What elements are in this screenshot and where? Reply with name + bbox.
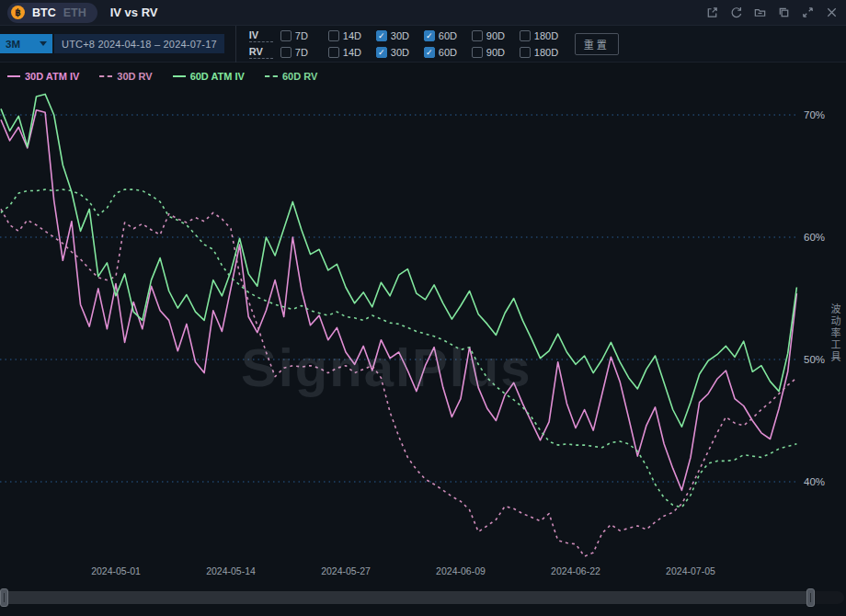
legend-item-60d-rv[interactable]: 60D RV <box>265 71 317 82</box>
series-60d-atm-iv <box>1 94 796 427</box>
y-tick-40%: 40% <box>804 476 825 487</box>
unchecked-checkbox-icon[interactable] <box>328 47 339 58</box>
rv-checkbox-30d[interactable]: ✓30D <box>376 47 417 58</box>
open-in-new-icon[interactable] <box>705 6 719 19</box>
checkbox-label: 30D <box>391 30 409 41</box>
checkbox-label: 60D <box>439 47 457 58</box>
x-tick-2024-05-14: 2024-05-14 <box>199 565 263 576</box>
timeframe-select[interactable]: 3M <box>0 34 52 53</box>
series-30d-atm-iv <box>1 110 796 491</box>
titlebar-actions <box>705 6 839 19</box>
close-icon[interactable] <box>825 6 839 19</box>
rv-checkbox-60d[interactable]: ✓60D <box>424 47 464 58</box>
page-title: IV vs RV <box>110 6 158 19</box>
iv-vs-rv-panel: ฿ BTC ETH IV vs RV 3M UTC+8 2024-04-18 –… <box>0 0 846 616</box>
unchecked-checkbox-icon[interactable] <box>520 47 531 58</box>
checked-checkbox-icon[interactable]: ✓ <box>376 30 387 41</box>
rv-checkbox-14d[interactable]: 14D <box>328 47 369 58</box>
iv-checkbox-30d[interactable]: ✓30D <box>376 30 417 41</box>
scrollbar-right-handle[interactable] <box>806 588 815 607</box>
iv-checkbox-14d[interactable]: 14D <box>328 30 369 41</box>
tab-btc[interactable]: BTC <box>32 6 56 19</box>
unchecked-checkbox-icon[interactable] <box>472 47 483 58</box>
rv-checkbox-180d[interactable]: 180D <box>520 47 566 58</box>
tenor-filter-panel: IV7D14D✓30D✓60D90D180DRV7D14D✓30D✓60D90D… <box>235 26 619 63</box>
rv-checkbox-90d[interactable]: 90D <box>472 47 512 58</box>
rv-checkbox-7d[interactable]: 7D <box>280 47 321 58</box>
chart-legend: 30D ATM IV30D RV60D ATM IV60D RV <box>0 63 846 90</box>
iv-checkbox-180d[interactable]: 180D <box>520 30 566 41</box>
solid-line-icon <box>173 75 186 77</box>
unchecked-checkbox-icon[interactable] <box>472 30 483 41</box>
chevron-down-icon <box>40 41 47 46</box>
checkbox-label: 90D <box>486 47 505 58</box>
rv-row: RV7D14D✓30D✓60D90D180D <box>249 45 566 59</box>
x-tick-2024-05-01: 2024-05-01 <box>84 565 148 576</box>
coin-switch: ฿ BTC ETH <box>7 3 97 23</box>
unchecked-checkbox-icon[interactable] <box>280 30 292 41</box>
titlebar: ฿ BTC ETH IV vs RV <box>0 0 846 26</box>
legend-item-30d-rv[interactable]: 30D RV <box>99 71 152 82</box>
unchecked-checkbox-icon[interactable] <box>280 47 292 58</box>
series-30d-rv <box>1 209 796 556</box>
checked-checkbox-icon[interactable]: ✓ <box>424 30 435 41</box>
iv-checkbox-90d[interactable]: 90D <box>472 30 512 41</box>
checkbox-label: 180D <box>534 47 558 58</box>
iv-checkbox-60d[interactable]: ✓60D <box>424 30 464 41</box>
checkbox-label: 30D <box>391 47 409 58</box>
x-tick-2024-05-27: 2024-05-27 <box>314 565 378 576</box>
fullscreen-icon[interactable] <box>801 6 815 19</box>
series-60d-rv <box>1 189 796 508</box>
legend-label: 30D ATM IV <box>25 71 79 82</box>
chart-area: 70%60%50%40% SignalPlus 波动率工具 <box>0 90 846 561</box>
iv-checkbox-7d[interactable]: 7D <box>280 30 321 41</box>
x-tick-2024-07-05: 2024-07-05 <box>658 565 723 576</box>
checkbox-label: 60D <box>439 30 457 41</box>
checkbox-label: 7D <box>295 47 308 58</box>
checked-checkbox-icon[interactable]: ✓ <box>424 47 435 58</box>
y-tick-60%: 60% <box>804 232 825 243</box>
dashed-line-icon <box>99 75 112 77</box>
timeframe-value: 3M <box>6 39 20 50</box>
checkbox-label: 90D <box>486 30 505 41</box>
legend-label: 30D RV <box>117 71 152 82</box>
unchecked-checkbox-icon[interactable] <box>520 30 531 41</box>
folder-remove-icon[interactable] <box>753 6 767 19</box>
x-axis: 2024-05-012024-05-142024-05-272024-06-09… <box>0 561 846 585</box>
x-tick-2024-06-22: 2024-06-22 <box>543 565 608 576</box>
date-range-picker[interactable]: UTC+8 2024-04-18 – 2024-07-17 <box>54 34 224 53</box>
checkbox-label: 14D <box>343 47 361 58</box>
iv-row: IV7D14D✓30D✓60D90D180D <box>249 29 566 42</box>
checkbox-label: 180D <box>534 30 558 41</box>
y-tick-50%: 50% <box>804 354 825 365</box>
iv-group-label: IV <box>249 29 273 42</box>
tenor-checkbox-rows: IV7D14D✓30D✓60D90D180DRV7D14D✓30D✓60D90D… <box>249 29 566 59</box>
bitcoin-icon: ฿ <box>11 6 25 19</box>
solid-line-icon <box>7 75 20 77</box>
y-tick-70%: 70% <box>804 109 825 120</box>
copy-icon[interactable] <box>777 6 791 19</box>
chart-range-scrollbar <box>0 585 846 616</box>
unchecked-checkbox-icon[interactable] <box>328 30 339 41</box>
legend-item-30d-atm-iv[interactable]: 30D ATM IV <box>7 71 79 82</box>
reset-button[interactable]: 重置 <box>575 33 619 55</box>
chart-canvas[interactable]: 70%60%50%40% <box>0 90 846 561</box>
volatility-tools-side-label: 波动率工具 <box>828 303 842 363</box>
checked-checkbox-icon[interactable]: ✓ <box>376 47 387 58</box>
scrollbar-left-handle[interactable] <box>0 588 8 607</box>
toolbar: 3M UTC+8 2024-04-18 – 2024-07-17 IV7D14D… <box>0 26 846 63</box>
refresh-icon[interactable] <box>729 6 743 19</box>
tab-eth[interactable]: ETH <box>63 6 86 19</box>
checkbox-label: 14D <box>343 30 361 41</box>
legend-label: 60D ATM IV <box>190 71 245 82</box>
scrollbar-thumb[interactable] <box>4 591 811 604</box>
x-tick-2024-06-09: 2024-06-09 <box>429 565 493 576</box>
dashed-line-icon <box>265 75 278 77</box>
checkbox-label: 7D <box>295 30 308 41</box>
rv-group-label: RV <box>249 46 273 59</box>
legend-item-60d-atm-iv[interactable]: 60D ATM IV <box>173 71 245 82</box>
legend-label: 60D RV <box>282 71 317 82</box>
